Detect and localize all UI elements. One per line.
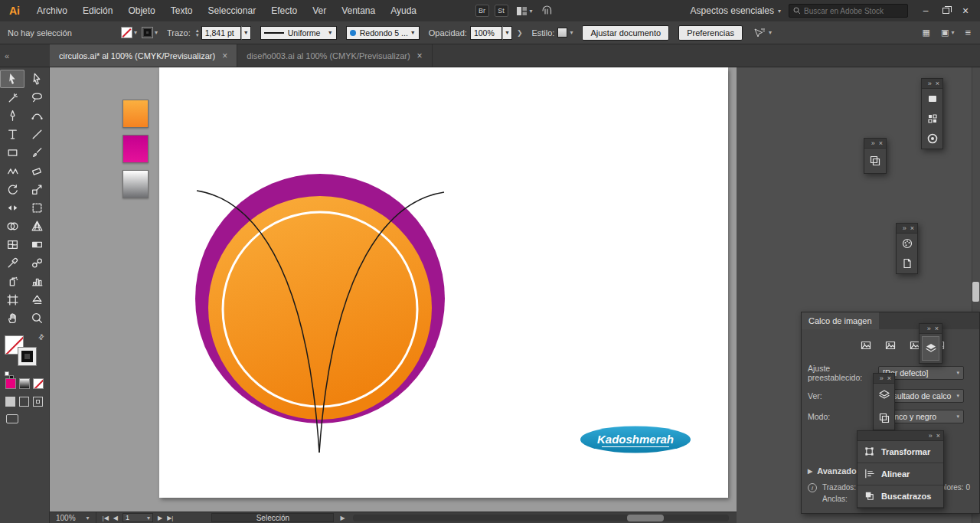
document-icon[interactable] xyxy=(897,253,917,273)
scale-tool[interactable] xyxy=(24,180,49,198)
tab-image-trace[interactable]: Calco de imagen xyxy=(802,312,879,329)
canvas-area[interactable]: Kadoshmerah xyxy=(50,67,737,512)
preferences-button[interactable]: Preferencias xyxy=(678,25,743,41)
scrollbar-thumb[interactable] xyxy=(627,515,664,521)
close-panel-icon[interactable]: × xyxy=(879,139,883,149)
orange-circle[interactable] xyxy=(208,196,432,420)
workspace-switcher[interactable]: Aspectos esenciales ▾ xyxy=(691,5,781,16)
rotate-tool[interactable] xyxy=(0,180,24,198)
horizontal-scrollbar[interactable] xyxy=(353,515,729,521)
preset-auto-color-button[interactable] xyxy=(858,338,874,353)
artboard-number-field[interactable]: 1 ▾ xyxy=(122,513,153,522)
color-themes-icon[interactable] xyxy=(897,234,917,253)
tab-close-icon[interactable]: × xyxy=(222,51,227,61)
arrange-documents-button[interactable]: ▾ xyxy=(516,6,533,16)
layers-diamond-icon[interactable] xyxy=(922,336,939,361)
shape-builder-tool[interactable] xyxy=(0,217,24,235)
default-fill-stroke-icon[interactable] xyxy=(5,371,12,378)
type-tool[interactable] xyxy=(0,125,24,143)
swatches-icon[interactable] xyxy=(922,89,942,109)
status-flyout-icon[interactable]: ▶ xyxy=(340,515,345,521)
menu-objeto[interactable]: Objeto xyxy=(120,0,162,21)
orange-gradient-swatch[interactable] xyxy=(122,100,149,128)
tab-close-icon[interactable]: × xyxy=(417,51,423,61)
zoom-control[interactable]: 100% ▾ xyxy=(50,512,96,523)
symbol-sprayer-tool[interactable] xyxy=(0,272,24,290)
flyout-arrow-icon[interactable]: ❯ xyxy=(517,29,523,37)
menu-ventana[interactable]: Ventana xyxy=(334,0,383,21)
artboards-icon[interactable] xyxy=(864,149,886,173)
blend-tool[interactable] xyxy=(24,253,49,272)
status-readout[interactable]: Selección xyxy=(211,513,334,522)
gradient-tool[interactable] xyxy=(24,235,49,253)
badge-br[interactable]: Br xyxy=(475,5,489,17)
perspective-grid-tool[interactable] xyxy=(24,217,49,235)
menu-texto[interactable]: Texto xyxy=(163,0,201,21)
draw-inside-icon[interactable] xyxy=(33,397,43,407)
restore-button[interactable] xyxy=(936,0,956,21)
document-tab[interactable]: circulos.ai* al 100% (CMYK/Previsualizar… xyxy=(50,44,237,67)
expand-panel-icon[interactable]: » xyxy=(880,374,884,384)
lasso-tool[interactable] xyxy=(24,88,49,106)
panel-tab-transformar[interactable]: Transformar xyxy=(858,441,943,463)
dock-grabber[interactable] xyxy=(972,282,979,302)
graphic-style-swatch[interactable] xyxy=(557,28,567,38)
menu-edición[interactable]: Edición xyxy=(75,0,120,21)
stroke-weight-stepper[interactable]: ▲▼ xyxy=(195,28,200,38)
close-panel-icon[interactable]: × xyxy=(887,374,891,384)
opacity-dropdown[interactable]: ▼ xyxy=(502,26,512,40)
width-tool[interactable] xyxy=(0,198,24,217)
eyedropper-tool[interactable] xyxy=(0,253,24,272)
badge-st[interactable]: St xyxy=(495,5,508,17)
hand-tool[interactable] xyxy=(0,309,24,327)
menu-efecto[interactable]: Efecto xyxy=(263,0,305,21)
paintbrush-tool[interactable] xyxy=(24,143,49,162)
eraser-tool[interactable] xyxy=(24,162,49,180)
prev-artboard-icon[interactable]: ◀ xyxy=(113,515,118,521)
collapse-dock-icon[interactable]: « xyxy=(0,44,50,67)
color-button[interactable] xyxy=(5,378,16,389)
screen-mode-icon[interactable] xyxy=(6,414,18,423)
kadoshmerah-logo[interactable]: Kadoshmerah xyxy=(580,427,691,453)
artboard[interactable]: Kadoshmerah xyxy=(159,67,728,498)
close-button[interactable]: × xyxy=(956,0,975,21)
fill-color-chip[interactable] xyxy=(121,27,132,38)
slice-tool[interactable] xyxy=(24,290,49,309)
grid-icon[interactable]: ▦ xyxy=(923,28,930,38)
artboard-tool[interactable] xyxy=(0,290,24,309)
stroke-box[interactable] xyxy=(18,347,37,366)
symbols-icon[interactable] xyxy=(922,109,942,129)
stock-search[interactable] xyxy=(789,4,908,18)
expand-panel-icon[interactable]: » xyxy=(928,79,932,89)
last-artboard-icon[interactable]: ▶| xyxy=(167,515,173,521)
free-transform-tool[interactable] xyxy=(24,198,49,217)
close-panel-icon[interactable]: × xyxy=(936,431,940,441)
search-input[interactable] xyxy=(804,7,903,15)
variable-width-profile-select[interactable]: Uniforme ▼ xyxy=(260,26,337,40)
magic-wand-tool[interactable] xyxy=(0,88,24,106)
magenta-gradient-swatch[interactable] xyxy=(122,135,149,163)
close-panel-icon[interactable]: × xyxy=(935,324,939,334)
expand-panel-icon[interactable]: » xyxy=(871,139,875,149)
close-panel-icon[interactable]: × xyxy=(936,79,939,89)
minimize-button[interactable]: – xyxy=(916,0,936,21)
gray-gradient-swatch[interactable] xyxy=(122,170,149,198)
artboards-icon[interactable] xyxy=(874,407,894,430)
expand-panel-icon[interactable]: » xyxy=(903,224,906,234)
curvature-tool[interactable] xyxy=(24,106,49,125)
line-segment-tool[interactable] xyxy=(24,125,49,143)
direct-selection-tool[interactable] xyxy=(24,70,49,88)
preset-high-color-button[interactable] xyxy=(883,338,898,353)
draw-behind-icon[interactable] xyxy=(19,397,29,407)
panel-tab-buscatrazos[interactable]: Buscatrazos xyxy=(858,485,943,508)
expand-panel-icon[interactable]: » xyxy=(929,431,933,441)
selection-tool[interactable] xyxy=(0,70,24,88)
menu-archivo[interactable]: Archivo xyxy=(29,0,75,21)
layers-icon[interactable] xyxy=(874,384,894,407)
column-graph-tool[interactable] xyxy=(24,272,49,290)
next-artboard-icon[interactable]: ▶ xyxy=(158,515,162,521)
none-button[interactable] xyxy=(33,378,44,389)
menu-seleccionar[interactable]: Seleccionar xyxy=(200,0,263,21)
document-tab[interactable]: diseño003.ai al 100% (CMYK/Previsualizar… xyxy=(237,44,432,67)
stroke-color-chip[interactable] xyxy=(142,27,153,38)
